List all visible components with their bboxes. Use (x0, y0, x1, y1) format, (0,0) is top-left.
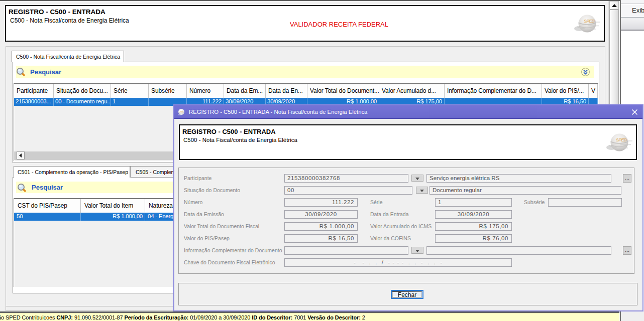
svg-text:SPED: SPED (616, 137, 627, 142)
svg-text:SPED: SPED (584, 19, 595, 24)
